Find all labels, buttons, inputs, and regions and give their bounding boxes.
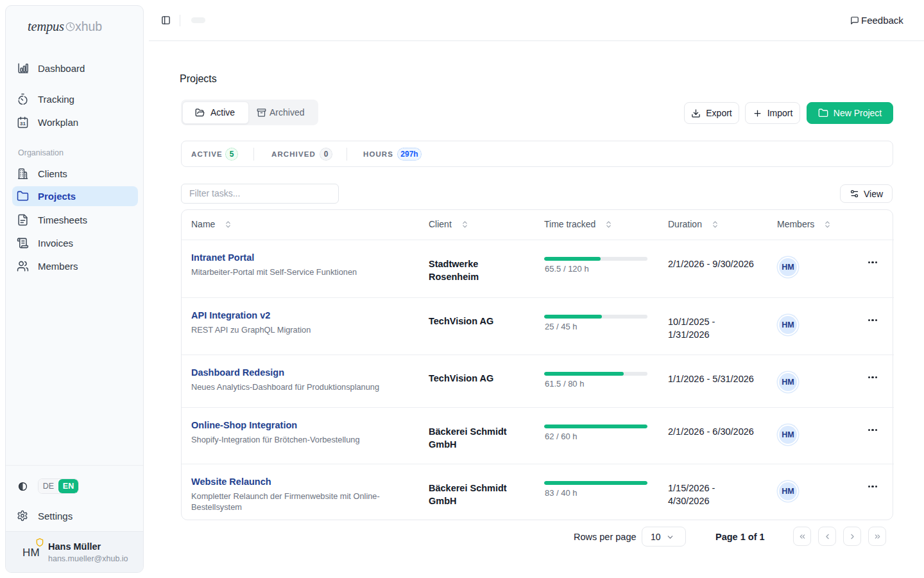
- svg-text:31: 31: [20, 121, 26, 127]
